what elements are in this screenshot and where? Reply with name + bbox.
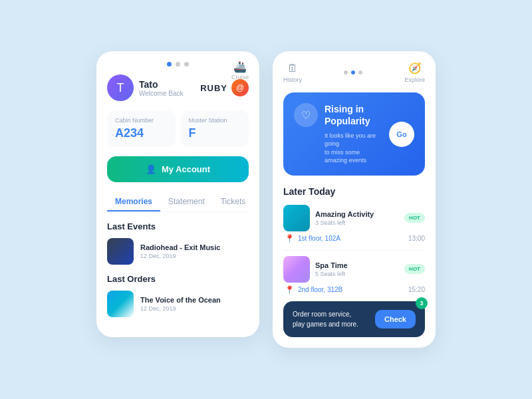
- profile-info: T Tato Welcome Back: [107, 74, 184, 101]
- main-container: 🚢 Cruise T Tato Welcome Back RUBY @ C: [96, 51, 436, 348]
- avatar-initial: T: [117, 81, 124, 95]
- avatar: T: [107, 74, 134, 101]
- activity-thumb-spa: [283, 256, 310, 283]
- tabs: Memories Statement Tickets: [107, 193, 249, 212]
- hot-badge-spa: HOT: [404, 264, 425, 274]
- order-thumb-ocean: [107, 291, 134, 317]
- location-row-spa: 📍 2nd floor, 312B 15:20: [283, 285, 425, 295]
- location-info-amazing: 📍 1st floor, 102A: [285, 234, 340, 243]
- right-nav: 🗓 History 🧭 Explore: [283, 62, 425, 83]
- go-button[interactable]: Go: [389, 122, 414, 147]
- bottom-banner: Order room service,play games and more. …: [283, 301, 425, 337]
- activity-row-1: Amazing Activity 3 Seats left HOT: [283, 205, 425, 231]
- event-item-radiohead: Radiohead - Exit Music 12 Dec, 2019: [107, 238, 249, 265]
- event-details: Radiohead - Exit Music 12 Dec, 2019: [140, 243, 220, 259]
- dot-2: [176, 62, 180, 66]
- bottom-banner-text: Order room service,play games and more.: [293, 309, 358, 329]
- my-account-button[interactable]: 👤 My Account: [107, 156, 249, 182]
- dot-1: [167, 62, 172, 66]
- right-dot-3: [358, 70, 362, 74]
- cruise-text: Cruise: [231, 74, 249, 80]
- history-icon: 🗓: [287, 63, 298, 74]
- brand-row: RUBY @: [200, 79, 249, 96]
- muster-value: F: [189, 126, 241, 140]
- location-text-spa: 2nd floor, 312B: [298, 286, 342, 293]
- notification-badge: 3: [416, 297, 428, 309]
- hot-badge-amazing: HOT: [404, 213, 425, 223]
- cruise-label: 🚢 Cruise: [231, 61, 249, 80]
- location-icon-spa: 📍: [285, 285, 295, 295]
- activity-item-spa: Spa Time 5 Seats left HOT 📍 2nd floor, 3…: [283, 256, 425, 295]
- activity-seats-amazing: 3 Seats left: [315, 219, 399, 226]
- banner-sub: It looks like you are goingto miss some …: [325, 132, 382, 165]
- location-text-amazing: 1st floor, 102A: [298, 235, 340, 242]
- cabin-label: Cabin Number: [115, 117, 168, 124]
- activity-name-amazing: Amazing Activity: [315, 210, 399, 218]
- activity-info-amazing: Amazing Activity 3 Seats left: [315, 210, 399, 226]
- time-amazing: 13:00: [408, 235, 425, 242]
- activity-thumb-amazing: [283, 205, 310, 231]
- location-row-amazing: 📍 1st floor, 102A 13:00: [283, 234, 425, 243]
- activity-info-spa: Spa Time 5 Seats left: [315, 261, 399, 277]
- account-label: My Account: [162, 164, 210, 174]
- event-thumb-radiohead: [107, 238, 134, 265]
- activity-item-amazing: Amazing Activity 3 Seats left HOT 📍 1st …: [283, 205, 425, 243]
- left-card: 🚢 Cruise T Tato Welcome Back RUBY @ C: [96, 51, 259, 337]
- location-icon-amazing: 📍: [285, 234, 295, 243]
- right-dot-1: [344, 70, 348, 74]
- info-boxes: Cabin Number A234 Muster Station F: [107, 110, 249, 147]
- right-pagination: [344, 70, 362, 74]
- order-item-ocean: The Voice of the Ocean 12 Dec, 2019: [107, 291, 249, 317]
- explore-icon: 🧭: [408, 62, 422, 74]
- order-name: The Voice of the Ocean: [140, 296, 221, 304]
- check-button[interactable]: Check: [375, 310, 416, 329]
- time-spa: 15:20: [408, 286, 425, 293]
- profile-sub: Welcome Back: [139, 90, 184, 97]
- activity-img-spa: [283, 256, 310, 283]
- nav-explore[interactable]: 🧭 Explore: [404, 62, 425, 83]
- location-info-spa: 📍 2nd floor, 312B: [285, 285, 342, 295]
- last-events-title: Last Events: [107, 221, 249, 231]
- activity-row-2: Spa Time 5 Seats left HOT: [283, 256, 425, 283]
- banner-text: Rising inPopularity It looks like you ar…: [325, 103, 382, 165]
- event-thumb-img: [107, 238, 134, 265]
- pagination-dots: 🚢 Cruise: [107, 62, 249, 66]
- popularity-banner: ♡ Rising inPopularity It looks like you …: [283, 92, 425, 176]
- right-card: 🗓 History 🧭 Explore ♡ Rising inPopularit…: [273, 51, 436, 348]
- ruby-text: RUBY: [200, 83, 227, 93]
- cabin-value: A234: [115, 126, 168, 140]
- last-orders-title: Last Orders: [107, 274, 249, 284]
- order-date: 12 Dec, 2019: [140, 305, 221, 312]
- dot-3: [184, 62, 189, 66]
- event-name: Radiohead - Exit Music: [140, 243, 220, 251]
- event-date: 12 Dec, 2019: [140, 253, 220, 259]
- activity-name-spa: Spa Time: [315, 261, 399, 269]
- cabin-box: Cabin Number A234: [107, 110, 176, 147]
- account-icon: 👤: [146, 164, 156, 174]
- order-details: The Voice of the Ocean 12 Dec, 2019: [140, 296, 221, 312]
- profile-name: Tato: [139, 79, 184, 90]
- right-dot-2: [351, 70, 355, 74]
- nav-history[interactable]: 🗓 History: [283, 63, 302, 83]
- later-today-title: Later Today: [283, 186, 425, 197]
- tab-statement[interactable]: Statement: [160, 193, 213, 211]
- tab-memories[interactable]: Memories: [107, 193, 160, 211]
- tab-tickets[interactable]: Tickets: [213, 193, 254, 211]
- order-thumb-img: [107, 291, 134, 317]
- profile-text: Tato Welcome Back: [139, 79, 184, 97]
- heart-icon: ♡: [294, 103, 318, 127]
- activity-img-amazing: [283, 205, 310, 231]
- ruby-icon: @: [231, 79, 249, 96]
- banner-title: Rising inPopularity: [325, 103, 382, 127]
- divider-1: [283, 250, 425, 251]
- explore-label: Explore: [404, 76, 425, 83]
- activity-seats-spa: 5 Seats left: [315, 271, 399, 277]
- cruise-icon: 🚢: [233, 61, 247, 73]
- muster-box: Muster Station F: [181, 110, 249, 147]
- muster-label: Muster Station: [189, 117, 241, 124]
- profile-row: T Tato Welcome Back RUBY @: [107, 74, 249, 101]
- history-label: History: [283, 76, 302, 83]
